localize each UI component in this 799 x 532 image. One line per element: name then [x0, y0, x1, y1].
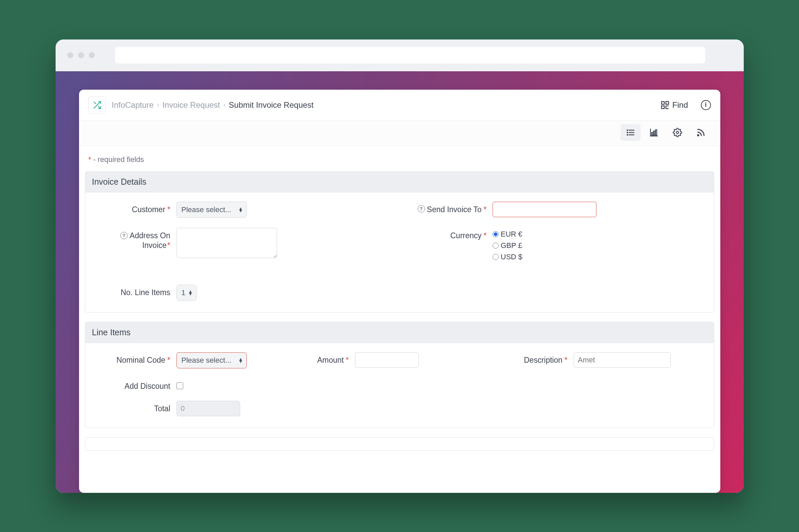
currency-option-gbp[interactable]: GBP £ — [493, 241, 522, 250]
chart-view-button[interactable] — [644, 124, 664, 141]
send-invoice-to-field: ? Send Invoice To* — [410, 202, 706, 218]
find-button[interactable]: Find — [660, 100, 688, 110]
send-invoice-to-input[interactable] — [493, 202, 596, 217]
description-input[interactable] — [574, 352, 671, 368]
required-asterisk: * — [484, 231, 487, 240]
required-asterisk: * — [484, 205, 487, 214]
svg-point-10 — [627, 132, 628, 133]
maximize-window-dot[interactable] — [89, 52, 95, 58]
field-label: Customer — [132, 205, 165, 214]
svg-point-9 — [627, 130, 628, 130]
customer-field: Customer* Please select... ▲▼ — [93, 202, 390, 218]
app-card: InfoCapture › Invoice Request › Submit I… — [79, 90, 720, 493]
breadcrumb: InfoCapture › Invoice Request › Submit I… — [112, 100, 314, 110]
settings-button[interactable] — [667, 124, 688, 141]
svg-line-2 — [94, 102, 96, 104]
no-line-items-field: No. Line Items 1 ▲▼ — [93, 285, 390, 301]
field-label: Send Invoice To — [427, 205, 482, 214]
chevron-right-icon: › — [223, 101, 225, 109]
rss-button[interactable] — [691, 124, 711, 141]
add-discount-field: Add Discount — [93, 378, 289, 391]
next-panel-peek — [85, 437, 714, 451]
svg-point-17 — [676, 131, 678, 133]
breadcrumb-current: Submit Invoice Request — [229, 100, 313, 110]
currency-option-usd[interactable]: USD $ — [493, 253, 522, 261]
page-header: InfoCapture › Invoice Request › Submit I… — [79, 90, 720, 121]
bar-chart-icon — [649, 128, 659, 137]
total-field: Total — [93, 401, 289, 416]
currency-field: Currency* EUR € GBP £ USD $ — [410, 228, 706, 261]
required-asterisk: * — [167, 356, 170, 365]
currency-option-eur[interactable]: EUR € — [493, 230, 522, 239]
amount-input[interactable] — [355, 352, 419, 368]
required-asterisk: * — [565, 356, 568, 365]
list-icon — [626, 128, 635, 137]
field-label: Amount — [317, 356, 344, 365]
svg-point-18 — [697, 134, 699, 136]
address-on-invoice-field: ?Address OnInvoice* — [93, 228, 390, 261]
panel-title: Invoice Details — [85, 172, 714, 192]
svg-rect-15 — [653, 131, 655, 135]
select-arrows-icon: ▲▼ — [238, 358, 243, 363]
find-label: Find — [672, 100, 688, 110]
view-toolbar — [79, 121, 720, 146]
browser-window: InfoCapture › Invoice Request › Submit I… — [56, 39, 744, 493]
required-asterisk: * — [167, 241, 170, 250]
svg-rect-5 — [661, 106, 664, 109]
browser-toolbar — [56, 39, 744, 71]
list-view-button[interactable] — [620, 124, 641, 141]
no-line-items-select[interactable]: 1 ▲▼ — [177, 285, 197, 301]
required-note: * - required fields — [83, 152, 717, 171]
add-discount-checkbox[interactable] — [177, 382, 183, 389]
panel-title: Line Items — [85, 322, 714, 343]
window-controls — [67, 52, 95, 58]
viewport: InfoCapture › Invoice Request › Submit I… — [56, 71, 744, 493]
field-label: Currency — [450, 231, 482, 240]
minimize-window-dot[interactable] — [78, 52, 84, 58]
amount-field: Amount* — [302, 352, 497, 368]
svg-rect-3 — [661, 101, 664, 104]
chevron-right-icon: › — [157, 101, 159, 109]
help-icon[interactable]: i — [701, 100, 711, 110]
svg-point-11 — [627, 134, 628, 135]
address-on-invoice-textarea[interactable] — [177, 228, 277, 258]
required-asterisk: * — [346, 356, 349, 365]
nominal-code-field: Nominal Code* Please select... ▲▼ — [93, 352, 289, 368]
content-area: * - required fields Invoice Details Cust… — [79, 146, 720, 493]
currency-radio-group: EUR € GBP £ USD $ — [493, 228, 522, 261]
qr-find-icon — [660, 100, 670, 110]
radio-input[interactable] — [493, 231, 498, 237]
field-label: Description — [524, 356, 563, 365]
field-label: Add Discount — [125, 382, 170, 391]
radio-input[interactable] — [493, 254, 498, 260]
help-icon[interactable]: ? — [120, 232, 128, 239]
breadcrumb-item[interactable]: Invoice Request — [162, 100, 220, 110]
invoice-details-panel: Invoice Details Customer* Please select.… — [85, 171, 714, 312]
field-label: Nominal Code — [116, 356, 165, 365]
field-label: Total — [154, 404, 170, 413]
radio-input[interactable] — [493, 243, 498, 249]
select-arrows-icon: ▲▼ — [188, 290, 193, 295]
breadcrumb-item[interactable]: InfoCapture — [112, 100, 154, 110]
total-output — [177, 401, 240, 416]
url-bar[interactable] — [115, 47, 705, 63]
description-field: Description* — [511, 352, 706, 368]
customer-select[interactable]: Please select... ▲▼ — [177, 202, 247, 218]
nominal-code-select[interactable]: Please select... ▲▼ — [177, 352, 247, 368]
svg-rect-4 — [666, 101, 668, 104]
asterisk-icon: * — [88, 155, 91, 164]
required-asterisk: * — [167, 205, 170, 214]
app-logo[interactable] — [88, 96, 106, 114]
svg-rect-14 — [652, 133, 653, 135]
line-items-panel: Line Items Nominal Code* Please select..… — [85, 322, 714, 428]
rss-icon — [696, 128, 706, 137]
close-window-dot[interactable] — [67, 52, 73, 58]
gear-icon — [673, 128, 682, 137]
field-label: No. Line Items — [121, 288, 170, 297]
svg-rect-16 — [655, 130, 657, 135]
help-icon[interactable]: ? — [418, 205, 425, 212]
select-arrows-icon: ▲▼ — [238, 207, 243, 212]
shuffle-icon — [92, 100, 102, 110]
